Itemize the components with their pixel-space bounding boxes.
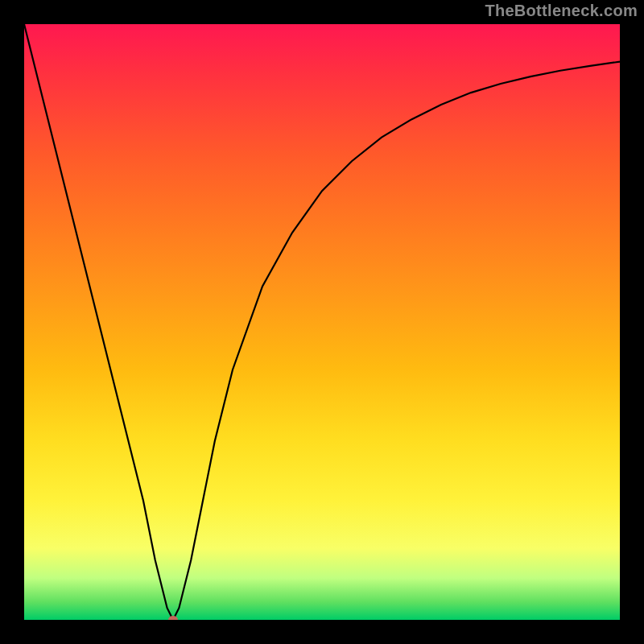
- bottleneck-curve: [24, 24, 620, 620]
- plot-area: [24, 24, 620, 620]
- chart-frame: TheBottleneck.com: [0, 0, 644, 644]
- optimum-marker: [168, 616, 178, 620]
- watermark-text: TheBottleneck.com: [485, 2, 638, 20]
- curve-layer: [24, 24, 620, 620]
